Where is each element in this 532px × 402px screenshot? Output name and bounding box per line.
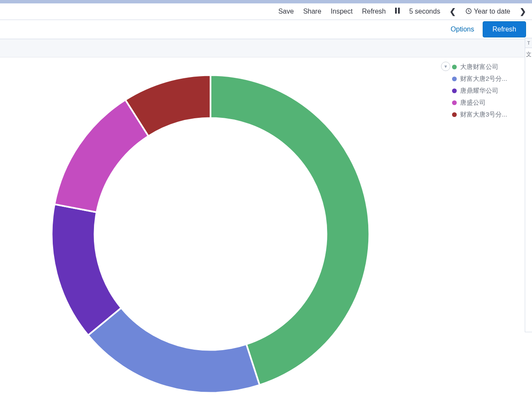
time-range-picker[interactable]: Year to date — [465, 8, 510, 15]
legend-swatch — [452, 65, 457, 69]
legend-label: 大唐财富公司 — [460, 63, 498, 71]
donut-chart[interactable] — [47, 70, 374, 398]
side-panel-collapsed[interactable]: T 文 — [525, 38, 532, 332]
save-button[interactable]: Save — [278, 8, 293, 15]
donut-slice[interactable] — [211, 75, 369, 385]
legend-label: 唐盛公司 — [460, 99, 486, 107]
pause-icon[interactable] — [395, 8, 400, 15]
legend-collapse-icon[interactable]: ▾ — [441, 62, 450, 71]
legend-swatch — [452, 77, 457, 81]
visualization-area: ▾ 大唐财富公司财富大唐2号分...唐鼎耀华公司唐盛公司财富大唐3号分... — [0, 57, 532, 402]
legend-swatch — [452, 112, 457, 117]
legend-item[interactable]: 唐鼎耀华公司 — [452, 85, 520, 97]
side-panel-char: 文 — [525, 48, 532, 58]
refresh-button[interactable]: Refresh — [483, 21, 526, 37]
legend-swatch — [452, 100, 457, 105]
legend-item[interactable]: 财富大唐3号分... — [452, 108, 520, 120]
donut-slice[interactable] — [52, 204, 121, 335]
window-top-accent — [0, 0, 532, 3]
time-range-next-icon[interactable]: ❯ — [520, 7, 526, 16]
clock-icon — [465, 8, 474, 15]
donut-slice[interactable] — [54, 100, 148, 212]
legend-item[interactable]: 唐盛公司 — [452, 97, 520, 108]
top-toolbar: Save Share Inspect Refresh 5 seconds ❮ Y… — [0, 3, 532, 20]
share-button[interactable]: Share — [303, 8, 321, 15]
side-panel-tab[interactable]: T — [525, 38, 532, 48]
inspect-button[interactable]: Inspect — [331, 8, 353, 15]
time-range-label: Year to date — [474, 8, 510, 15]
legend-item[interactable]: 财富大唐2号分... — [452, 73, 520, 85]
refresh-link[interactable]: Refresh — [362, 8, 386, 15]
legend-label: 财富大唐3号分... — [460, 111, 507, 119]
chart-legend: ▾ 大唐财富公司财富大唐2号分...唐鼎耀华公司唐盛公司财富大唐3号分... — [452, 61, 520, 120]
legend-label: 财富大唐2号分... — [460, 75, 507, 83]
filter-strip — [0, 39, 532, 57]
refresh-interval[interactable]: 5 seconds — [409, 8, 440, 15]
options-link[interactable]: Options — [442, 26, 483, 33]
donut-slice[interactable] — [88, 308, 259, 393]
time-range-prev-icon[interactable]: ❮ — [449, 7, 456, 16]
legend-label: 唐鼎耀华公司 — [460, 87, 498, 95]
legend-item[interactable]: 大唐财富公司 — [452, 61, 520, 73]
legend-swatch — [452, 88, 457, 93]
editor-bar: Options Refresh — [0, 20, 532, 39]
